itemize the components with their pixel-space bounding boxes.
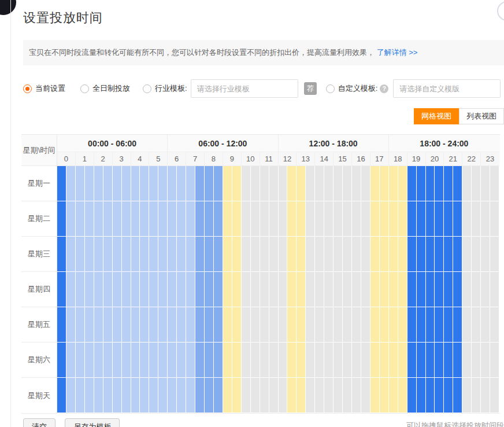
save-as-template-button[interactable]: 另存为模板	[65, 418, 120, 427]
time-cell[interactable]	[490, 307, 499, 343]
time-cell[interactable]	[370, 378, 380, 413]
time-cell[interactable]	[287, 307, 297, 343]
time-cell[interactable]	[186, 201, 195, 237]
time-cell[interactable]	[94, 166, 103, 201]
time-cell[interactable]	[205, 272, 214, 307]
time-cell[interactable]	[94, 272, 103, 307]
time-cell[interactable]	[453, 272, 462, 307]
time-cell[interactable]	[140, 272, 149, 307]
time-cell[interactable]	[232, 272, 242, 307]
time-cell[interactable]	[94, 237, 103, 272]
time-cell[interactable]	[306, 166, 315, 201]
time-cell[interactable]	[149, 237, 158, 272]
time-cell[interactable]	[66, 272, 76, 307]
time-cell[interactable]	[398, 307, 407, 343]
time-cell[interactable]	[149, 343, 158, 378]
time-cell[interactable]	[352, 166, 361, 201]
time-cell[interactable]	[195, 307, 205, 343]
time-cell[interactable]	[426, 343, 435, 378]
time-cell[interactable]	[131, 272, 140, 307]
time-cell[interactable]	[324, 343, 333, 378]
time-cell[interactable]	[149, 166, 158, 201]
time-cell[interactable]	[435, 307, 444, 343]
time-cell[interactable]	[287, 272, 297, 307]
time-cell[interactable]	[205, 343, 214, 378]
time-cell[interactable]	[205, 201, 214, 237]
time-cell[interactable]	[94, 201, 103, 237]
time-cell[interactable]	[426, 272, 435, 307]
time-cell[interactable]	[195, 378, 205, 413]
time-cell[interactable]	[140, 343, 149, 378]
time-cell[interactable]	[389, 272, 398, 307]
time-cell[interactable]	[260, 378, 269, 413]
time-cell[interactable]	[260, 307, 269, 343]
custom-template-input[interactable]	[393, 79, 501, 98]
time-cell[interactable]	[407, 378, 417, 413]
time-cell[interactable]	[426, 378, 435, 413]
time-cell[interactable]	[306, 378, 315, 413]
time-cell[interactable]	[435, 378, 444, 413]
time-cell[interactable]	[398, 343, 407, 378]
time-cell[interactable]	[398, 237, 407, 272]
time-cell[interactable]	[76, 237, 85, 272]
time-cell[interactable]	[251, 378, 260, 413]
time-cell[interactable]	[242, 272, 251, 307]
time-cell[interactable]	[380, 307, 389, 343]
time-cell[interactable]	[462, 307, 472, 343]
learn-more-link[interactable]: 了解详情 >>	[377, 48, 418, 57]
time-cell[interactable]	[57, 201, 66, 237]
time-cell[interactable]	[269, 378, 279, 413]
time-cell[interactable]	[57, 166, 66, 201]
time-cell[interactable]	[490, 237, 499, 272]
time-cell[interactable]	[380, 343, 389, 378]
time-cell[interactable]	[462, 166, 472, 201]
time-cell[interactable]	[426, 307, 435, 343]
time-cell[interactable]	[223, 272, 232, 307]
time-cell[interactable]	[417, 201, 426, 237]
time-cell[interactable]	[297, 272, 306, 307]
time-cell[interactable]	[426, 201, 435, 237]
clear-button[interactable]: 清空	[23, 418, 55, 427]
time-cell[interactable]	[361, 237, 370, 272]
time-cell[interactable]	[333, 237, 343, 272]
time-cell[interactable]	[472, 343, 481, 378]
time-cell[interactable]	[315, 343, 324, 378]
time-cell[interactable]	[195, 237, 205, 272]
time-cell[interactable]	[352, 237, 361, 272]
time-cell[interactable]	[444, 378, 453, 413]
time-cell[interactable]	[389, 201, 398, 237]
radio-custom-template[interactable]: 自定义模板:	[326, 83, 378, 94]
time-cell[interactable]	[168, 201, 177, 237]
time-cell[interactable]	[76, 201, 85, 237]
time-cell[interactable]	[140, 237, 149, 272]
time-cell[interactable]	[85, 307, 94, 343]
time-cell[interactable]	[66, 201, 76, 237]
time-cell[interactable]	[426, 237, 435, 272]
time-cell[interactable]	[195, 201, 205, 237]
time-cell[interactable]	[306, 237, 315, 272]
time-cell[interactable]	[131, 237, 140, 272]
time-cell[interactable]	[380, 201, 389, 237]
time-cell[interactable]	[453, 307, 462, 343]
time-cell[interactable]	[472, 307, 481, 343]
time-cell[interactable]	[168, 343, 177, 378]
time-cell[interactable]	[57, 343, 66, 378]
time-cell[interactable]	[343, 343, 352, 378]
time-cell[interactable]	[472, 201, 481, 237]
time-cell[interactable]	[140, 378, 149, 413]
time-cell[interactable]	[306, 272, 315, 307]
time-cell[interactable]	[481, 166, 490, 201]
time-cell[interactable]	[269, 166, 279, 201]
time-cell[interactable]	[260, 237, 269, 272]
time-cell[interactable]	[251, 237, 260, 272]
time-cell[interactable]	[269, 237, 279, 272]
time-cell[interactable]	[370, 307, 380, 343]
time-cell[interactable]	[398, 201, 407, 237]
time-cell[interactable]	[242, 237, 251, 272]
time-cell[interactable]	[380, 378, 389, 413]
time-cell[interactable]	[462, 201, 472, 237]
time-cell[interactable]	[462, 237, 472, 272]
time-cell[interactable]	[57, 237, 66, 272]
time-cell[interactable]	[361, 378, 370, 413]
radio-full-day[interactable]: 全日制投放	[80, 83, 130, 94]
